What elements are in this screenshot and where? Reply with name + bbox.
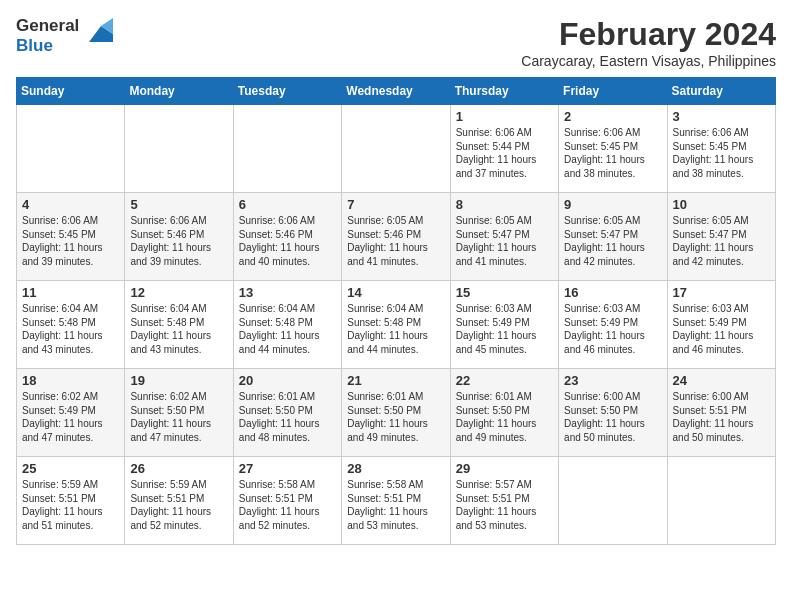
day-number: 23 <box>564 373 661 388</box>
col-header-saturday: Saturday <box>667 78 775 105</box>
week-row-3: 18Sunrise: 6:02 AMSunset: 5:49 PMDayligh… <box>17 369 776 457</box>
day-cell: 28Sunrise: 5:58 AMSunset: 5:51 PMDayligh… <box>342 457 450 545</box>
day-number: 7 <box>347 197 444 212</box>
day-number: 16 <box>564 285 661 300</box>
cell-content: Sunrise: 6:05 AMSunset: 5:47 PMDaylight:… <box>456 214 553 268</box>
day-cell: 4Sunrise: 6:06 AMSunset: 5:45 PMDaylight… <box>17 193 125 281</box>
month-year: February 2024 <box>521 16 776 53</box>
day-cell: 20Sunrise: 6:01 AMSunset: 5:50 PMDayligh… <box>233 369 341 457</box>
day-cell: 29Sunrise: 5:57 AMSunset: 5:51 PMDayligh… <box>450 457 558 545</box>
day-number: 5 <box>130 197 227 212</box>
day-number: 12 <box>130 285 227 300</box>
title-block: February 2024 Caraycaray, Eastern Visaya… <box>521 16 776 69</box>
day-cell: 10Sunrise: 6:05 AMSunset: 5:47 PMDayligh… <box>667 193 775 281</box>
col-header-monday: Monday <box>125 78 233 105</box>
cell-content: Sunrise: 6:05 AMSunset: 5:46 PMDaylight:… <box>347 214 444 268</box>
cell-content: Sunrise: 6:03 AMSunset: 5:49 PMDaylight:… <box>564 302 661 356</box>
week-row-4: 25Sunrise: 5:59 AMSunset: 5:51 PMDayligh… <box>17 457 776 545</box>
week-row-0: 1Sunrise: 6:06 AMSunset: 5:44 PMDaylight… <box>17 105 776 193</box>
day-cell: 23Sunrise: 6:00 AMSunset: 5:50 PMDayligh… <box>559 369 667 457</box>
day-cell <box>667 457 775 545</box>
day-cell <box>342 105 450 193</box>
day-number: 18 <box>22 373 119 388</box>
logo: General Blue <box>16 16 113 55</box>
day-cell <box>17 105 125 193</box>
day-cell: 19Sunrise: 6:02 AMSunset: 5:50 PMDayligh… <box>125 369 233 457</box>
day-cell: 27Sunrise: 5:58 AMSunset: 5:51 PMDayligh… <box>233 457 341 545</box>
week-row-2: 11Sunrise: 6:04 AMSunset: 5:48 PMDayligh… <box>17 281 776 369</box>
logo-blue: Blue <box>16 36 53 55</box>
cell-content: Sunrise: 5:58 AMSunset: 5:51 PMDaylight:… <box>347 478 444 532</box>
calendar-table: SundayMondayTuesdayWednesdayThursdayFrid… <box>16 77 776 545</box>
cell-content: Sunrise: 6:06 AMSunset: 5:45 PMDaylight:… <box>564 126 661 180</box>
day-cell <box>559 457 667 545</box>
cell-content: Sunrise: 6:04 AMSunset: 5:48 PMDaylight:… <box>22 302 119 356</box>
day-cell: 25Sunrise: 5:59 AMSunset: 5:51 PMDayligh… <box>17 457 125 545</box>
day-cell: 17Sunrise: 6:03 AMSunset: 5:49 PMDayligh… <box>667 281 775 369</box>
col-header-friday: Friday <box>559 78 667 105</box>
day-number: 17 <box>673 285 770 300</box>
day-number: 8 <box>456 197 553 212</box>
day-number: 27 <box>239 461 336 476</box>
day-number: 25 <box>22 461 119 476</box>
day-number: 2 <box>564 109 661 124</box>
day-cell: 26Sunrise: 5:59 AMSunset: 5:51 PMDayligh… <box>125 457 233 545</box>
day-cell: 3Sunrise: 6:06 AMSunset: 5:45 PMDaylight… <box>667 105 775 193</box>
day-number: 14 <box>347 285 444 300</box>
cell-content: Sunrise: 6:00 AMSunset: 5:51 PMDaylight:… <box>673 390 770 444</box>
day-number: 9 <box>564 197 661 212</box>
day-number: 29 <box>456 461 553 476</box>
day-cell: 15Sunrise: 6:03 AMSunset: 5:49 PMDayligh… <box>450 281 558 369</box>
cell-content: Sunrise: 5:57 AMSunset: 5:51 PMDaylight:… <box>456 478 553 532</box>
cell-content: Sunrise: 6:01 AMSunset: 5:50 PMDaylight:… <box>347 390 444 444</box>
cell-content: Sunrise: 6:01 AMSunset: 5:50 PMDaylight:… <box>456 390 553 444</box>
cell-content: Sunrise: 6:04 AMSunset: 5:48 PMDaylight:… <box>347 302 444 356</box>
day-number: 24 <box>673 373 770 388</box>
logo-general: General <box>16 16 79 35</box>
day-cell <box>233 105 341 193</box>
day-cell: 5Sunrise: 6:06 AMSunset: 5:46 PMDaylight… <box>125 193 233 281</box>
day-number: 3 <box>673 109 770 124</box>
cell-content: Sunrise: 6:05 AMSunset: 5:47 PMDaylight:… <box>564 214 661 268</box>
cell-content: Sunrise: 6:02 AMSunset: 5:49 PMDaylight:… <box>22 390 119 444</box>
cell-content: Sunrise: 5:59 AMSunset: 5:51 PMDaylight:… <box>130 478 227 532</box>
cell-content: Sunrise: 6:04 AMSunset: 5:48 PMDaylight:… <box>239 302 336 356</box>
day-number: 4 <box>22 197 119 212</box>
col-header-tuesday: Tuesday <box>233 78 341 105</box>
day-cell: 6Sunrise: 6:06 AMSunset: 5:46 PMDaylight… <box>233 193 341 281</box>
day-cell: 2Sunrise: 6:06 AMSunset: 5:45 PMDaylight… <box>559 105 667 193</box>
day-cell: 16Sunrise: 6:03 AMSunset: 5:49 PMDayligh… <box>559 281 667 369</box>
day-number: 28 <box>347 461 444 476</box>
day-number: 22 <box>456 373 553 388</box>
cell-content: Sunrise: 6:03 AMSunset: 5:49 PMDaylight:… <box>673 302 770 356</box>
header-row: SundayMondayTuesdayWednesdayThursdayFrid… <box>17 78 776 105</box>
cell-content: Sunrise: 5:59 AMSunset: 5:51 PMDaylight:… <box>22 478 119 532</box>
day-number: 11 <box>22 285 119 300</box>
header: General Blue February 2024 Caraycaray, E… <box>16 16 776 69</box>
day-cell: 24Sunrise: 6:00 AMSunset: 5:51 PMDayligh… <box>667 369 775 457</box>
day-number: 19 <box>130 373 227 388</box>
day-cell: 22Sunrise: 6:01 AMSunset: 5:50 PMDayligh… <box>450 369 558 457</box>
day-cell: 7Sunrise: 6:05 AMSunset: 5:46 PMDaylight… <box>342 193 450 281</box>
cell-content: Sunrise: 6:06 AMSunset: 5:46 PMDaylight:… <box>239 214 336 268</box>
day-cell: 12Sunrise: 6:04 AMSunset: 5:48 PMDayligh… <box>125 281 233 369</box>
day-number: 6 <box>239 197 336 212</box>
cell-content: Sunrise: 5:58 AMSunset: 5:51 PMDaylight:… <box>239 478 336 532</box>
cell-content: Sunrise: 6:06 AMSunset: 5:45 PMDaylight:… <box>22 214 119 268</box>
week-row-1: 4Sunrise: 6:06 AMSunset: 5:45 PMDaylight… <box>17 193 776 281</box>
cell-content: Sunrise: 6:03 AMSunset: 5:49 PMDaylight:… <box>456 302 553 356</box>
day-cell: 13Sunrise: 6:04 AMSunset: 5:48 PMDayligh… <box>233 281 341 369</box>
cell-content: Sunrise: 6:06 AMSunset: 5:44 PMDaylight:… <box>456 126 553 180</box>
day-number: 13 <box>239 285 336 300</box>
cell-content: Sunrise: 6:06 AMSunset: 5:46 PMDaylight:… <box>130 214 227 268</box>
day-cell: 9Sunrise: 6:05 AMSunset: 5:47 PMDaylight… <box>559 193 667 281</box>
day-cell: 11Sunrise: 6:04 AMSunset: 5:48 PMDayligh… <box>17 281 125 369</box>
cell-content: Sunrise: 6:00 AMSunset: 5:50 PMDaylight:… <box>564 390 661 444</box>
day-number: 20 <box>239 373 336 388</box>
day-cell: 14Sunrise: 6:04 AMSunset: 5:48 PMDayligh… <box>342 281 450 369</box>
day-cell: 1Sunrise: 6:06 AMSunset: 5:44 PMDaylight… <box>450 105 558 193</box>
cell-content: Sunrise: 6:06 AMSunset: 5:45 PMDaylight:… <box>673 126 770 180</box>
cell-content: Sunrise: 6:01 AMSunset: 5:50 PMDaylight:… <box>239 390 336 444</box>
day-cell: 18Sunrise: 6:02 AMSunset: 5:49 PMDayligh… <box>17 369 125 457</box>
day-cell <box>125 105 233 193</box>
